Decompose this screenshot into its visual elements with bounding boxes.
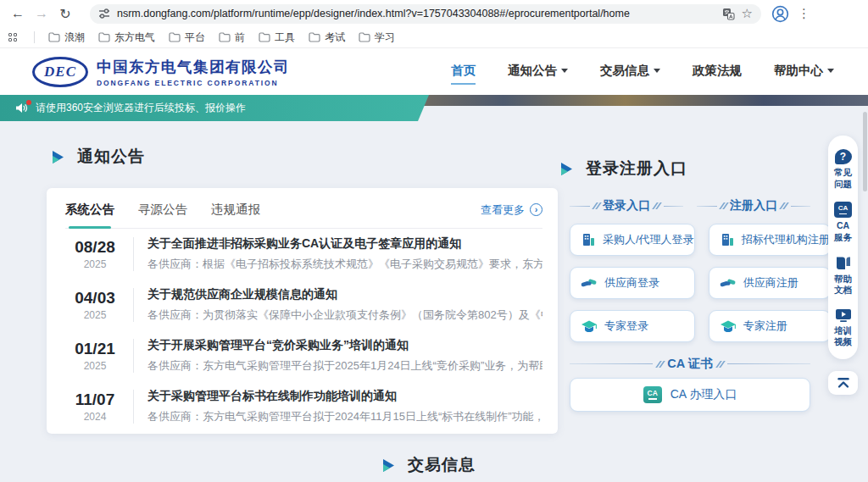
supplier-login-button[interactable]: 供应商登录 [570, 267, 695, 299]
notice-list-item[interactable]: 08/28 2025 关于全面推进非招标采购业务CA认证及电子签章应用的通知 各… [65, 229, 542, 280]
reload-icon[interactable]: ↻ [54, 3, 76, 25]
supplier-register-button[interactable]: 供应商注册 [709, 267, 831, 299]
divider [133, 237, 134, 271]
chevron-down-icon [654, 69, 660, 73]
notice-title: 关于规范供应商企业规模信息的通知 [147, 287, 542, 302]
divider [34, 31, 35, 43]
translate-icon[interactable] [722, 8, 735, 20]
main-nav: 首页 通知公告 交易信息 政策法规 帮助中心 [451, 63, 834, 80]
notice-desc: 各供应商：东方电气采购管理平台拟于2025年1月24日上线“竞价采购”业务，为帮… [147, 358, 542, 374]
announcements-card: 系统公告 寻源公告 违规通报 查看更多 › 08/28 2025 关于全面推进非… [47, 188, 558, 434]
ca-header-label: CA 证书 [667, 356, 712, 372]
apps-grid-icon[interactable] [8, 33, 17, 42]
nav-label: 首页 [451, 63, 476, 79]
bookmark-folder[interactable]: 浪潮 [48, 30, 85, 45]
notice-list-item[interactable]: 01/21 2025 关于开展采购管理平台“竞价采购业务”培训的通知 各供应商：… [65, 330, 542, 381]
divider-slashes [721, 202, 726, 209]
bookmark-folder[interactable]: 平台 [169, 30, 205, 45]
nav-label: 通知公告 [508, 63, 557, 79]
chevron-down-icon [561, 69, 568, 73]
notice-text: 请使用360安全浏览器进行后续投标、报价操作 [36, 101, 246, 115]
notice-title: 关于全面推进非招标采购业务CA认证及电子签章应用的通知 [147, 236, 542, 252]
notice-list-item[interactable]: 11/07 2024 关于采购管理平台标书在线制作功能培训的通知 各供应商：东方… [65, 381, 542, 432]
section-title: 通知公告 [77, 146, 145, 168]
notice-year: 2025 [65, 309, 125, 321]
back-icon[interactable]: ← [7, 3, 29, 25]
browser-menu-icon[interactable]: ⋮ [798, 6, 810, 21]
folder-icon [309, 32, 320, 42]
nav-item-trade-info[interactable]: 交易信息 [600, 63, 660, 80]
notice-title: 关于开展采购管理平台“竞价采购业务”培训的通知 [147, 338, 542, 353]
bookmark-label: 浪潮 [64, 30, 85, 45]
expert-login-button[interactable]: 专家登录 [570, 310, 695, 342]
notice-list-item[interactable]: 04/03 2025 关于规范供应商企业规模信息的通知 各供应商：为贯彻落实《保… [65, 280, 542, 330]
section-title: 登录注册入口 [586, 158, 687, 180]
bookmark-folder[interactable]: 工具 [259, 30, 295, 45]
nav-label: 帮助中心 [774, 63, 823, 79]
divider-slashes [658, 361, 663, 368]
notice-year: 2024 [65, 411, 125, 423]
nav-item-announcements[interactable]: 通知公告 [508, 63, 568, 80]
tab-system-notices[interactable]: 系统公告 [65, 202, 114, 218]
bookmark-star-icon[interactable]: ☆ [742, 6, 753, 21]
bookmark-label: 前 [235, 30, 245, 45]
bookmarks-bar: 浪潮 东方电气 平台 前 工具 考试 学习 [0, 27, 868, 48]
notice-desc: 各供应商：为贯彻落实《保障中小企业款项支付条例》（国务院令第802号）及《中小企… [147, 307, 542, 323]
arrow-up-to-line-icon [837, 377, 850, 389]
scrollbar-thumb[interactable] [863, 112, 867, 191]
login-entry-label: 登录入口 [603, 198, 650, 213]
nav-label: 政策法规 [693, 63, 742, 79]
button-label: 专家注册 [743, 319, 787, 334]
bookmark-folder[interactable]: 前 [219, 30, 245, 45]
nav-item-home[interactable]: 首页 [451, 63, 476, 85]
graduation-cap-icon [581, 319, 598, 334]
dec-logo[interactable]: DEC [32, 57, 88, 87]
sidebar-item-help-docs[interactable]: 帮助文档 [828, 250, 858, 302]
view-more-label: 查看更多 [481, 202, 525, 218]
arrow-right-icon [381, 458, 396, 473]
url-bar[interactable]: nsrm.dongfang.com/platform/runtime/epp/d… [90, 4, 761, 24]
company-name-cn: 中国东方电气集团有限公司 [97, 57, 290, 77]
bookmark-folder[interactable]: 东方电气 [98, 30, 155, 45]
forward-icon[interactable]: → [31, 3, 53, 25]
notice-year: 2025 [65, 258, 125, 270]
sidebar-item-label: CA服务 [833, 220, 854, 243]
folder-icon [98, 32, 110, 42]
nav-item-help-center[interactable]: 帮助中心 [774, 63, 834, 80]
button-label: 招标代理机构注册 [742, 232, 830, 247]
notice-date: 04/03 [65, 289, 125, 307]
bookmark-folder[interactable]: 学习 [359, 30, 395, 45]
expert-register-button[interactable]: 专家注册 [709, 310, 831, 342]
bidding-agency-register-button[interactable]: 招标代理机构注册 [709, 224, 831, 256]
announcements-section-heading: 通知公告 [51, 146, 145, 168]
bookmark-label: 学习 [375, 30, 395, 45]
notice-date: 01/21 [65, 340, 125, 358]
sidebar-item-faq[interactable]: ? 常见问题 [828, 143, 858, 196]
company-name-block: 中国东方电气集团有限公司 DONGFANG ELECTRIC CORPORATI… [97, 57, 290, 87]
section-title: 交易信息 [408, 454, 476, 476]
purchaser-agent-login-button[interactable]: 采购人/代理人登录 [570, 224, 695, 256]
profile-avatar-icon[interactable] [771, 5, 789, 23]
bookmark-label: 考试 [325, 30, 345, 45]
folder-icon [219, 32, 231, 42]
bookmark-folder[interactable]: 考试 [309, 30, 345, 45]
speaker-icon [15, 102, 28, 114]
tab-violation-reports[interactable]: 违规通报 [211, 202, 260, 218]
sidebar-item-training-videos[interactable]: 培训视频 [828, 302, 858, 354]
ca-application-entry-button[interactable]: CA CA 办理入口 [570, 378, 810, 412]
notice-date-block: 01/21 2025 [65, 340, 125, 372]
bookmark-label: 工具 [275, 30, 295, 45]
document-icon [835, 256, 852, 271]
company-name-en: DONGFANG ELECTRIC CORPORATION [97, 79, 290, 87]
sidebar-item-ca-service[interactable]: CA CA服务 [828, 196, 858, 249]
url-text: nsrm.dongfang.com/platform/runtime/epp/d… [117, 8, 715, 19]
back-to-top-button[interactable] [828, 371, 858, 395]
login-entry-header: 登录入口 [570, 198, 683, 213]
button-label: 供应商登录 [604, 275, 659, 291]
nav-item-policies[interactable]: 政策法规 [693, 63, 742, 80]
notification-dot [26, 100, 31, 105]
button-label: 供应商注册 [743, 275, 798, 291]
notice-date: 11/07 [65, 391, 125, 409]
tab-sourcing-notices[interactable]: 寻源公告 [138, 202, 187, 218]
view-more-link[interactable]: 查看更多 › [481, 202, 542, 218]
